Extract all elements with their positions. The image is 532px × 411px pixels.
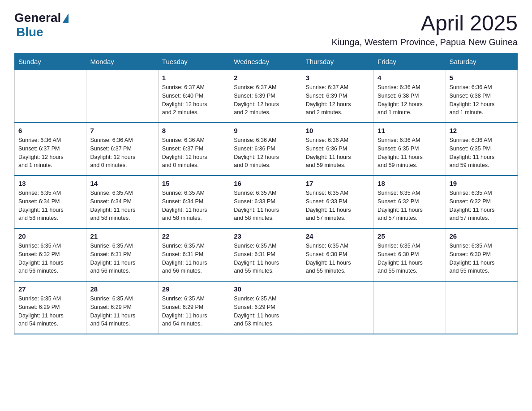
day-number: 27 <box>18 285 82 293</box>
day-number: 4 <box>378 74 442 81</box>
day-number: 11 <box>378 127 442 134</box>
day-info: Sunrise: 6:35 AMSunset: 6:32 PMDaylight:… <box>18 242 82 275</box>
logo-triangle-icon <box>62 13 69 23</box>
calendar-day-cell: 2Sunrise: 6:37 AMSunset: 6:39 PMDaylight… <box>230 70 302 123</box>
day-number: 10 <box>306 127 370 134</box>
day-number: 23 <box>234 232 298 240</box>
day-number: 17 <box>306 180 370 187</box>
calendar-day-cell: 19Sunrise: 6:35 AMSunset: 6:32 PMDayligh… <box>446 176 517 228</box>
calendar-day-cell: 4Sunrise: 6:36 AMSunset: 6:38 PMDaylight… <box>374 70 446 123</box>
day-of-week-header: Tuesday <box>158 53 230 70</box>
calendar-day-cell <box>15 70 86 123</box>
calendar-day-cell: 20Sunrise: 6:35 AMSunset: 6:32 PMDayligh… <box>15 228 86 281</box>
day-info: Sunrise: 6:36 AMSunset: 6:35 PMDaylight:… <box>378 136 442 170</box>
calendar-day-cell: 21Sunrise: 6:35 AMSunset: 6:31 PMDayligh… <box>86 228 158 281</box>
calendar-day-cell: 11Sunrise: 6:36 AMSunset: 6:35 PMDayligh… <box>374 123 446 176</box>
day-of-week-header: Sunday <box>15 53 86 70</box>
calendar-day-cell: 14Sunrise: 6:35 AMSunset: 6:34 PMDayligh… <box>86 176 158 228</box>
calendar-day-cell <box>446 281 517 334</box>
calendar-day-cell: 22Sunrise: 6:35 AMSunset: 6:31 PMDayligh… <box>158 228 230 281</box>
calendar-day-cell: 23Sunrise: 6:35 AMSunset: 6:31 PMDayligh… <box>230 228 302 281</box>
day-info: Sunrise: 6:37 AMSunset: 6:40 PMDaylight:… <box>162 83 226 117</box>
logo: General Blue <box>14 11 69 39</box>
calendar-day-cell: 7Sunrise: 6:36 AMSunset: 6:37 PMDaylight… <box>86 123 158 176</box>
day-number: 3 <box>306 74 370 81</box>
day-info: Sunrise: 6:37 AMSunset: 6:39 PMDaylight:… <box>234 83 298 117</box>
calendar-week-row: 1Sunrise: 6:37 AMSunset: 6:40 PMDaylight… <box>15 70 518 123</box>
calendar-week-row: 27Sunrise: 6:35 AMSunset: 6:29 PMDayligh… <box>15 281 518 334</box>
calendar-day-cell: 18Sunrise: 6:35 AMSunset: 6:32 PMDayligh… <box>374 176 446 228</box>
day-number: 9 <box>234 127 298 134</box>
day-info: Sunrise: 6:35 AMSunset: 6:32 PMDaylight:… <box>378 189 442 223</box>
calendar-day-cell: 30Sunrise: 6:35 AMSunset: 6:29 PMDayligh… <box>230 281 302 334</box>
day-number: 29 <box>162 285 226 293</box>
day-of-week-header: Thursday <box>302 53 373 70</box>
day-info: Sunrise: 6:36 AMSunset: 6:36 PMDaylight:… <box>306 136 370 170</box>
calendar-day-cell <box>302 281 373 334</box>
day-info: Sunrise: 6:35 AMSunset: 6:29 PMDaylight:… <box>18 295 82 328</box>
day-number: 24 <box>306 232 370 240</box>
day-info: Sunrise: 6:35 AMSunset: 6:33 PMDaylight:… <box>234 189 298 223</box>
day-number: 7 <box>90 127 154 134</box>
calendar-week-row: 20Sunrise: 6:35 AMSunset: 6:32 PMDayligh… <box>15 228 518 281</box>
calendar-day-cell <box>86 70 158 123</box>
day-of-week-header: Monday <box>86 53 158 70</box>
calendar-day-cell: 26Sunrise: 6:35 AMSunset: 6:30 PMDayligh… <box>446 228 517 281</box>
day-info: Sunrise: 6:35 AMSunset: 6:29 PMDaylight:… <box>162 295 226 328</box>
day-number: 15 <box>162 180 226 187</box>
calendar-day-cell: 16Sunrise: 6:35 AMSunset: 6:33 PMDayligh… <box>230 176 302 228</box>
calendar-day-cell: 6Sunrise: 6:36 AMSunset: 6:37 PMDaylight… <box>15 123 86 176</box>
day-number: 21 <box>90 232 154 240</box>
day-number: 26 <box>450 232 514 240</box>
calendar-week-row: 13Sunrise: 6:35 AMSunset: 6:34 PMDayligh… <box>15 176 518 228</box>
calendar-week-row: 6Sunrise: 6:36 AMSunset: 6:37 PMDaylight… <box>15 123 518 176</box>
day-number: 12 <box>450 127 514 134</box>
page-header: General Blue April 2025 Kiunga, Western … <box>14 11 518 47</box>
calendar-day-cell: 17Sunrise: 6:35 AMSunset: 6:33 PMDayligh… <box>302 176 373 228</box>
day-info: Sunrise: 6:35 AMSunset: 6:30 PMDaylight:… <box>306 242 370 275</box>
calendar-day-cell: 24Sunrise: 6:35 AMSunset: 6:30 PMDayligh… <box>302 228 373 281</box>
day-number: 30 <box>234 285 298 293</box>
calendar-day-cell: 13Sunrise: 6:35 AMSunset: 6:34 PMDayligh… <box>15 176 86 228</box>
day-info: Sunrise: 6:35 AMSunset: 6:31 PMDaylight:… <box>162 242 226 275</box>
day-number: 20 <box>18 232 82 240</box>
calendar-day-cell: 8Sunrise: 6:36 AMSunset: 6:37 PMDaylight… <box>158 123 230 176</box>
calendar-table: SundayMondayTuesdayWednesdayThursdayFrid… <box>14 53 518 334</box>
day-info: Sunrise: 6:36 AMSunset: 6:38 PMDaylight:… <box>450 83 514 117</box>
calendar-day-cell: 29Sunrise: 6:35 AMSunset: 6:29 PMDayligh… <box>158 281 230 334</box>
logo-general: General <box>14 11 61 25</box>
day-info: Sunrise: 6:37 AMSunset: 6:39 PMDaylight:… <box>306 83 370 117</box>
day-info: Sunrise: 6:36 AMSunset: 6:36 PMDaylight:… <box>234 136 298 170</box>
day-number: 28 <box>90 285 154 293</box>
day-info: Sunrise: 6:35 AMSunset: 6:30 PMDaylight:… <box>450 242 514 275</box>
day-of-week-header: Saturday <box>446 53 517 70</box>
day-info: Sunrise: 6:36 AMSunset: 6:38 PMDaylight:… <box>378 83 442 117</box>
calendar-day-cell <box>374 281 446 334</box>
day-of-week-header: Friday <box>374 53 446 70</box>
day-info: Sunrise: 6:35 AMSunset: 6:34 PMDaylight:… <box>18 189 82 223</box>
calendar-day-cell: 27Sunrise: 6:35 AMSunset: 6:29 PMDayligh… <box>15 281 86 334</box>
day-info: Sunrise: 6:36 AMSunset: 6:37 PMDaylight:… <box>90 136 154 170</box>
calendar-header-row: SundayMondayTuesdayWednesdayThursdayFrid… <box>15 53 518 70</box>
calendar-day-cell: 1Sunrise: 6:37 AMSunset: 6:40 PMDaylight… <box>158 70 230 123</box>
title-section: April 2025 Kiunga, Western Province, Pap… <box>332 11 518 47</box>
day-info: Sunrise: 6:36 AMSunset: 6:35 PMDaylight:… <box>450 136 514 170</box>
day-info: Sunrise: 6:36 AMSunset: 6:37 PMDaylight:… <box>162 136 226 170</box>
day-number: 25 <box>378 232 442 240</box>
day-number: 14 <box>90 180 154 187</box>
day-info: Sunrise: 6:35 AMSunset: 6:34 PMDaylight:… <box>162 189 226 223</box>
calendar-day-cell: 25Sunrise: 6:35 AMSunset: 6:30 PMDayligh… <box>374 228 446 281</box>
day-number: 13 <box>18 180 82 187</box>
calendar-day-cell: 15Sunrise: 6:35 AMSunset: 6:34 PMDayligh… <box>158 176 230 228</box>
day-info: Sunrise: 6:35 AMSunset: 6:29 PMDaylight:… <box>90 295 154 328</box>
day-number: 1 <box>162 74 226 81</box>
day-info: Sunrise: 6:35 AMSunset: 6:32 PMDaylight:… <box>450 189 514 223</box>
day-number: 5 <box>450 74 514 81</box>
day-info: Sunrise: 6:35 AMSunset: 6:34 PMDaylight:… <box>90 189 154 223</box>
location-subtitle: Kiunga, Western Province, Papua New Guin… <box>332 37 518 47</box>
calendar-day-cell: 3Sunrise: 6:37 AMSunset: 6:39 PMDaylight… <box>302 70 373 123</box>
day-info: Sunrise: 6:36 AMSunset: 6:37 PMDaylight:… <box>18 136 82 170</box>
day-info: Sunrise: 6:35 AMSunset: 6:31 PMDaylight:… <box>90 242 154 275</box>
logo-blue: Blue <box>16 25 43 39</box>
day-number: 2 <box>234 74 298 81</box>
